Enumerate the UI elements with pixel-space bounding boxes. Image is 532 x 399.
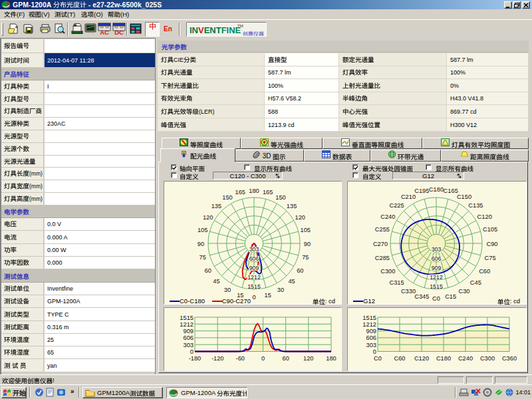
svg-text:303: 303 (366, 342, 376, 348)
svg-text:-60: -60 (236, 355, 245, 362)
svg-text:C285: C285 (375, 255, 390, 261)
svg-text:60: 60 (205, 267, 211, 274)
svg-text:C60: C60 (394, 355, 405, 362)
svg-text:60: 60 (283, 355, 289, 362)
svg-text:165: 165 (235, 189, 246, 196)
svg-text:C360: C360 (502, 355, 517, 362)
svg-text:120: 120 (203, 214, 213, 221)
svg-text:30: 30 (277, 287, 284, 293)
svg-text:-120: -120 (211, 355, 224, 362)
svg-text:1515: 1515 (430, 283, 443, 290)
svg-text:135: 135 (211, 203, 222, 209)
svg-text:105: 105 (301, 227, 311, 233)
svg-text:45: 45 (213, 278, 219, 285)
svg-text:C270: C270 (373, 241, 388, 247)
svg-text:AC: AC (100, 29, 109, 35)
svg-text:90: 90 (304, 241, 311, 247)
svg-text:45: 45 (288, 278, 295, 285)
svg-text:1212: 1212 (362, 321, 376, 328)
svg-text:1212: 1212 (247, 274, 261, 281)
svg-text:DC: DC (114, 29, 124, 35)
svg-text:C135: C135 (468, 202, 483, 209)
svg-text:C330: C330 (401, 288, 416, 295)
svg-text:180: 180 (326, 355, 336, 362)
svg-text:C120: C120 (477, 213, 492, 220)
svg-text:909: 909 (249, 265, 259, 271)
svg-text:1515: 1515 (247, 283, 261, 290)
svg-text:0: 0 (373, 348, 376, 355)
svg-text:909: 909 (183, 328, 194, 334)
svg-text:C240: C240 (380, 213, 395, 220)
svg-text:303: 303 (432, 246, 442, 253)
svg-text:C225: C225 (389, 202, 404, 209)
svg-text:C180: C180 (436, 355, 451, 362)
svg-text:C150: C150 (457, 194, 471, 200)
svg-text:C165: C165 (444, 188, 458, 194)
svg-text:165: 165 (263, 189, 273, 196)
svg-text:0: 0 (190, 348, 194, 355)
svg-text:606: 606 (183, 334, 194, 341)
svg-text:C315: C315 (389, 279, 404, 286)
svg-text:C75: C75 (485, 255, 496, 261)
svg-text:90: 90 (198, 241, 204, 247)
svg-text:C15: C15 (445, 293, 456, 300)
svg-text:1212: 1212 (430, 274, 443, 281)
svg-text:C120: C120 (414, 355, 429, 362)
svg-text:C240: C240 (458, 355, 473, 362)
svg-text:C210: C210 (401, 194, 416, 200)
svg-text:60: 60 (297, 267, 303, 274)
svg-text:135: 135 (287, 203, 297, 209)
svg-text:C300: C300 (480, 355, 495, 362)
svg-text:909: 909 (432, 265, 442, 271)
svg-text:606: 606 (249, 255, 259, 262)
svg-text:120: 120 (303, 355, 314, 362)
svg-text:303: 303 (249, 246, 259, 253)
svg-text:75: 75 (200, 254, 206, 261)
svg-text:1515: 1515 (180, 315, 194, 321)
svg-text:120: 120 (295, 214, 306, 221)
svg-text:75: 75 (302, 254, 309, 261)
svg-text:909: 909 (366, 328, 376, 334)
svg-text:150: 150 (275, 194, 286, 201)
svg-text:C300: C300 (380, 268, 395, 275)
svg-text:30: 30 (224, 287, 231, 293)
svg-text:C105: C105 (483, 226, 497, 233)
svg-text:150: 150 (222, 194, 233, 201)
svg-text:303: 303 (183, 342, 194, 348)
svg-text:C195: C195 (414, 188, 429, 194)
svg-text:606: 606 (432, 255, 442, 262)
svg-text:0: 0 (261, 355, 265, 362)
svg-text:C90: C90 (486, 241, 497, 247)
svg-text:C180: C180 (429, 186, 444, 193)
svg-text:C0: C0 (432, 295, 440, 302)
svg-text:1212: 1212 (180, 321, 194, 328)
svg-text:606: 606 (366, 334, 376, 341)
svg-text:C0: C0 (374, 355, 382, 362)
svg-text:105: 105 (198, 227, 208, 233)
svg-text:C45: C45 (470, 279, 481, 286)
svg-text:1515: 1515 (362, 315, 376, 321)
svg-text:C345: C345 (414, 293, 429, 300)
svg-text:180: 180 (249, 188, 259, 194)
svg-text:-180: -180 (189, 355, 201, 362)
svg-text:C30: C30 (458, 288, 469, 295)
svg-text:C255: C255 (375, 226, 390, 233)
svg-text:C60: C60 (479, 268, 490, 275)
